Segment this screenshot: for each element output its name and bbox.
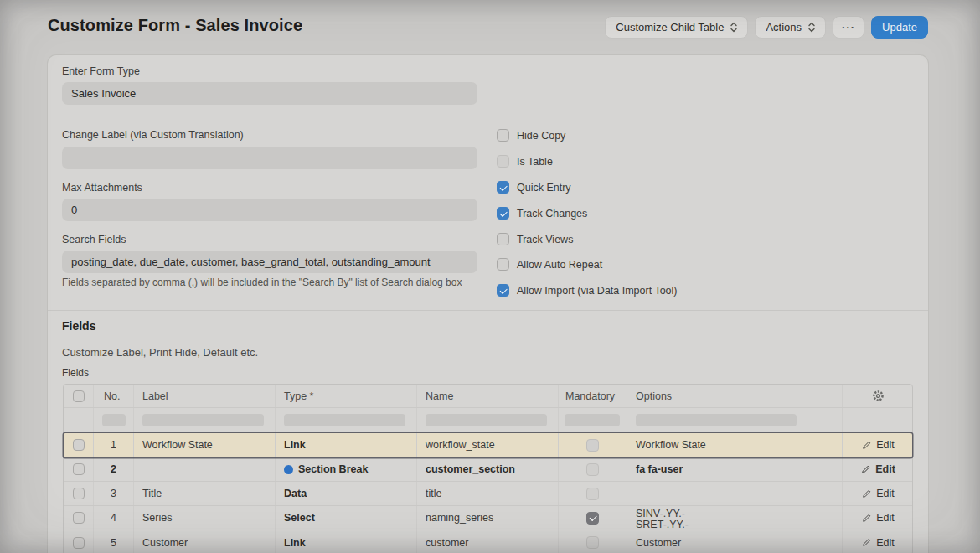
is-table-checkbox[interactable]: [497, 155, 509, 168]
edit-row-button[interactable]: Edit: [862, 537, 895, 549]
section-break-icon: [284, 465, 293, 474]
form-type-label: Enter Form Type: [62, 65, 140, 77]
checkbox-row-hide-copy[interactable]: Hide Copy: [497, 129, 565, 142]
grid-header-row: No. Label Type * Name Mandatory Options: [64, 385, 912, 408]
change-label-label: Change Label (via Custom Translation): [62, 129, 244, 141]
checkbox-row-track-changes[interactable]: Track Changes: [497, 207, 587, 220]
filter-input-mandatory[interactable]: [565, 414, 620, 426]
checkbox-row-quick-entry[interactable]: Quick Entry: [497, 181, 571, 194]
customize-child-table-label: Customize Child Table: [616, 21, 724, 34]
col-header-mandatory: Mandatory: [559, 385, 627, 407]
edit-row-button[interactable]: Edit: [861, 463, 895, 475]
checkbox-row-allow-auto-repeat[interactable]: Allow Auto Repeat: [497, 258, 602, 271]
max-attachments-label: Max Attachments: [62, 182, 142, 194]
allow-auto-repeat-label: Allow Auto Repeat: [517, 259, 602, 271]
track-views-checkbox[interactable]: [497, 233, 509, 245]
pencil-icon: [861, 465, 870, 474]
track-changes-label: Track Changes: [517, 208, 587, 220]
mandatory-checkbox[interactable]: [586, 488, 599, 500]
edit-row-button[interactable]: Edit: [862, 488, 895, 499]
page-title: Customize Form - Sales Invoice: [48, 16, 302, 35]
search-fields-input[interactable]: [62, 251, 477, 273]
form-type-input[interactable]: [62, 82, 477, 105]
row-checkbox[interactable]: [73, 463, 85, 475]
cell-type: Link: [276, 433, 417, 457]
section-divider: [48, 310, 928, 311]
cell-label: Customer: [134, 530, 276, 553]
quick-entry-checkbox[interactable]: [497, 181, 509, 194]
mandatory-checkbox[interactable]: [586, 439, 599, 452]
col-header-name: Name: [417, 385, 559, 407]
field-row-workflow-state[interactable]: 1 Workflow State Link workflow_state Wor…: [64, 433, 912, 457]
more-menu-button[interactable]: ···: [833, 16, 864, 39]
row-checkbox[interactable]: [73, 512, 85, 524]
fields-table-label: Fields: [62, 367, 89, 379]
fields-section-description: Customize Label, Print Hide, Default etc…: [62, 346, 258, 359]
pencil-icon: [862, 489, 871, 499]
update-button[interactable]: Update: [871, 16, 928, 39]
chevron-up-down-icon: [808, 22, 815, 33]
row-checkbox[interactable]: [73, 488, 85, 499]
row-checkbox[interactable]: [73, 439, 85, 451]
cell-label: [134, 457, 276, 481]
cell-options: Customer: [627, 530, 843, 553]
mandatory-checkbox[interactable]: [586, 536, 599, 549]
cell-name: naming_series: [417, 506, 559, 530]
filter-input-label[interactable]: [142, 414, 264, 426]
pencil-icon: [862, 538, 871, 547]
filter-input-options[interactable]: [636, 414, 797, 426]
cell-type: Select: [276, 506, 417, 530]
cell-options: fa fa-user: [627, 457, 843, 481]
cell-type: Link: [276, 530, 417, 553]
change-label-input[interactable]: [62, 147, 477, 169]
fields-grid: No. Label Type * Name Mandatory Options: [63, 384, 913, 553]
quick-entry-label: Quick Entry: [517, 182, 571, 194]
filter-input-name[interactable]: [426, 414, 547, 426]
actions-select[interactable]: Actions: [755, 16, 826, 39]
filter-input-no[interactable]: [102, 414, 126, 426]
customize-child-table-select[interactable]: Customize Child Table: [605, 16, 748, 39]
select-all-checkbox[interactable]: [73, 390, 85, 402]
customize-form-page: Customize Form - Sales Invoice Customize…: [0, 0, 980, 553]
chevron-up-down-icon: [730, 22, 737, 33]
max-attachments-input[interactable]: [62, 199, 477, 221]
filter-input-type[interactable]: [284, 414, 405, 426]
toolbar: Customize Child Table Actions ··· Update: [605, 15, 928, 39]
cell-options: [627, 482, 843, 505]
field-row-title[interactable]: 3 Title Data title Edit: [64, 482, 912, 506]
checkbox-row-is-table[interactable]: Is Table: [497, 155, 553, 168]
mandatory-checkbox[interactable]: [586, 512, 599, 525]
field-row-customer[interactable]: 5 Customer Link customer Customer Edit: [64, 530, 912, 553]
grid-settings-button[interactable]: [843, 385, 914, 407]
search-fields-help: Fields separated by comma (,) will be in…: [62, 276, 462, 288]
row-checkbox[interactable]: [73, 537, 85, 549]
track-changes-checkbox[interactable]: [497, 207, 509, 220]
cell-label: Title: [134, 482, 276, 505]
allow-auto-repeat-checkbox[interactable]: [497, 258, 509, 271]
checkbox-row-track-views[interactable]: Track Views: [497, 233, 573, 245]
cell-name: title: [417, 482, 559, 505]
allow-import-checkbox[interactable]: [497, 284, 509, 297]
edit-row-button[interactable]: Edit: [862, 439, 895, 451]
field-row-naming-series[interactable]: 4 Series Select naming_series SINV-.YY.-…: [64, 506, 912, 530]
hide-copy-checkbox[interactable]: [497, 129, 509, 142]
actions-label: Actions: [766, 21, 802, 34]
ellipsis-icon: ···: [842, 21, 855, 34]
col-header-no: No.: [94, 385, 134, 407]
col-header-label: Label: [134, 385, 276, 407]
checkbox-row-allow-import[interactable]: Allow Import (via Data Import Tool): [497, 284, 678, 297]
hide-copy-label: Hide Copy: [517, 130, 565, 142]
allow-import-label: Allow Import (via Data Import Tool): [517, 285, 678, 297]
cell-name: customer: [417, 530, 559, 553]
form-card: Enter Form Type Change Label (via Custom…: [48, 55, 928, 553]
edit-row-button[interactable]: Edit: [862, 512, 895, 524]
track-views-label: Track Views: [517, 234, 573, 245]
pencil-icon: [862, 514, 871, 523]
field-row-customer-section[interactable]: 2 Section Break customer_section fa fa-u…: [64, 457, 912, 482]
cell-options: Workflow State: [627, 433, 843, 457]
grid-filter-row: [64, 408, 912, 433]
col-header-options: Options: [627, 385, 843, 407]
cell-label: Workflow State: [134, 433, 276, 457]
mandatory-checkbox[interactable]: [586, 463, 599, 476]
cell-name: customer_section: [417, 457, 559, 481]
